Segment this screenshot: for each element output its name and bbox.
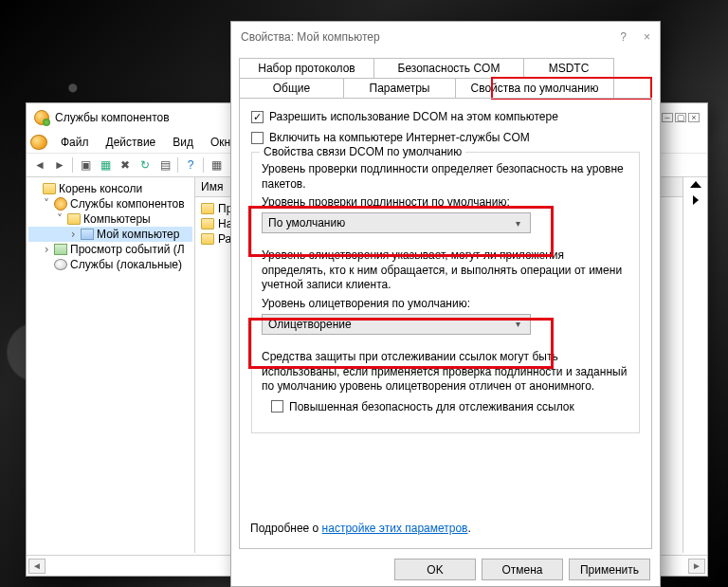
view1-button[interactable]: ▦ xyxy=(207,156,226,174)
checkbox-track-security[interactable]: Повышенная безопасность для отслеживания… xyxy=(271,400,629,413)
chevron-down-icon: ▾ xyxy=(511,218,524,229)
cancel-button[interactable]: Отмена xyxy=(482,559,563,580)
tab-default-properties[interactable]: Свойства по умолчанию xyxy=(455,78,614,98)
checkbox-label: Включить на компьютере Интернет-службы C… xyxy=(269,131,530,144)
tab-com-security[interactable]: Безопасность COM xyxy=(373,58,523,78)
tree-event-viewer[interactable]: ›Просмотр событий (Л xyxy=(28,242,192,257)
group-dcom-defaults: Свойства связи DCOM по умолчанию Уровень… xyxy=(251,152,640,433)
window-controls: – ▢ × xyxy=(662,113,700,122)
tab-strip: Набор протоколов Безопасность COM MSDTC … xyxy=(231,52,660,98)
close-button[interactable]: × xyxy=(688,113,700,122)
export-button[interactable]: ▤ xyxy=(155,156,174,174)
close-button[interactable]: × xyxy=(644,30,650,44)
tree-computers[interactable]: ˅Компьютеры xyxy=(28,211,192,227)
ok-button[interactable]: OK xyxy=(394,559,476,580)
tab-msdtc[interactable]: MSDTC xyxy=(523,58,614,78)
tree-root[interactable]: Корень консоли xyxy=(28,181,192,196)
tree-my-computer[interactable]: ›Мой компьютер xyxy=(28,227,192,242)
checkbox-label: Повышенная безопасность для отслеживания… xyxy=(289,400,574,413)
menu-file[interactable]: Файл xyxy=(53,134,97,151)
properties-dialog: Свойства: Мой компьютер ? × Набор проток… xyxy=(230,21,661,587)
back-button[interactable]: ◄ xyxy=(30,156,49,174)
dialog-buttons: OK Отмена Применить xyxy=(394,559,650,580)
action-more-icon[interactable] xyxy=(693,195,699,205)
action-up-icon[interactable] xyxy=(690,181,701,188)
forward-button[interactable]: ► xyxy=(50,156,69,174)
tree-services-label: Службы компонентов xyxy=(70,197,185,211)
app-icon xyxy=(34,110,49,125)
tree-computers-label: Компьютеры xyxy=(83,212,151,226)
checkbox-icon xyxy=(271,400,283,413)
scroll-left[interactable]: ◄ xyxy=(28,559,46,574)
dropdown-value: По умолчанию xyxy=(268,216,511,229)
auth-description: Уровень проверки подлинности определяет … xyxy=(262,162,629,192)
imp-level-label: Уровень олицетворения по умолчанию: xyxy=(262,297,629,310)
menu-icon xyxy=(30,135,47,150)
track-description: Средства защиты при отслеживании ссылок … xyxy=(262,350,629,394)
dialog-titlebar[interactable]: Свойства: Мой компьютер ? × xyxy=(231,22,660,52)
checkbox-enable-inet-com[interactable]: Включить на компьютере Интернет-службы C… xyxy=(251,131,640,144)
help-button[interactable]: ? xyxy=(620,30,627,44)
delete-button[interactable]: ✖ xyxy=(116,156,135,174)
minimize-button[interactable]: – xyxy=(662,113,673,122)
checkbox-label: Разрешить использование DCOM на этом ком… xyxy=(269,110,558,123)
apply-button[interactable]: Применить xyxy=(569,559,650,580)
help-link-row: Подробнее о настройке этих параметров. xyxy=(250,522,471,535)
checkbox-icon xyxy=(251,132,264,144)
tab-general[interactable]: Общие xyxy=(239,78,343,98)
chevron-down-icon: ▾ xyxy=(511,319,524,329)
tab-params[interactable]: Параметры xyxy=(343,78,455,98)
dialog-title: Свойства: Мой компьютер xyxy=(241,30,380,44)
imp-level-dropdown[interactable]: Олицетворение ▾ xyxy=(262,314,531,335)
menu-action[interactable]: Действие xyxy=(99,134,164,151)
checkbox-icon: ✓ xyxy=(251,111,264,123)
auth-level-label: Уровень проверки подлинности по умолчани… xyxy=(262,195,629,209)
dropdown-value: Олицетворение xyxy=(268,318,511,331)
auth-level-dropdown[interactable]: По умолчанию ▾ xyxy=(262,212,531,233)
tree-localsvc-label: Службы (локальные) xyxy=(70,258,182,271)
show-button[interactable]: ▦ xyxy=(96,156,115,174)
tree-mycomputer-label: Мой компьютер xyxy=(97,228,179,241)
tree-root-label: Корень консоли xyxy=(59,182,142,195)
tree-view[interactable]: Корень консоли ˅Службы компонентов ˅Комп… xyxy=(27,177,195,553)
maximize-button[interactable]: ▢ xyxy=(675,113,686,122)
actions-pane xyxy=(682,177,707,553)
imp-description: Уровень олицетворения указывает, могут л… xyxy=(262,248,629,293)
up-button[interactable]: ▣ xyxy=(76,156,95,174)
help-button[interactable]: ? xyxy=(181,156,200,174)
tree-local-services[interactable]: Службы (локальные) xyxy=(28,257,192,272)
help-link[interactable]: настройке этих параметров xyxy=(322,522,468,535)
help-prefix: Подробнее о xyxy=(250,522,322,535)
tree-eventlog-label: Просмотр событий (Л xyxy=(70,243,185,256)
group-legend: Свойства связи DCOM по умолчанию xyxy=(260,145,465,158)
menu-view[interactable]: Вид xyxy=(165,134,201,151)
scroll-right[interactable]: ► xyxy=(688,559,705,574)
window-title: Службы компонентов xyxy=(55,111,170,124)
tab-page: ✓ Разрешить использование DCOM на этом к… xyxy=(239,98,652,549)
tab-protocols[interactable]: Набор протоколов xyxy=(239,58,373,78)
refresh-button[interactable]: ↻ xyxy=(136,156,155,174)
tree-component-services[interactable]: ˅Службы компонентов xyxy=(28,196,192,211)
checkbox-enable-dcom[interactable]: ✓ Разрешить использование DCOM на этом к… xyxy=(251,110,640,123)
